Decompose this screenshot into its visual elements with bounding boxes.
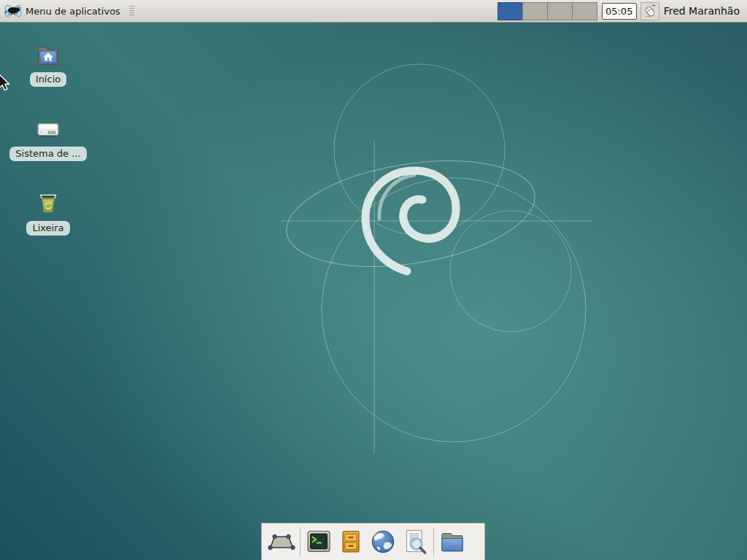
mouse-device-icon <box>643 4 657 18</box>
panel-grip-handle[interactable] <box>129 6 134 17</box>
terminal-icon <box>304 527 333 556</box>
desktop-icon-label: Lixeira <box>26 221 69 236</box>
file-cabinet-icon <box>336 527 365 556</box>
dock-separator <box>300 527 301 556</box>
clock[interactable]: 05:05 <box>602 3 637 20</box>
user-actions-button[interactable]: Fred Maranhão <box>664 5 740 17</box>
workspace-2[interactable] <box>522 2 548 20</box>
trash-bin-icon <box>34 189 63 218</box>
panel-right-area: 05:05 Fred Maranhão <box>498 0 747 22</box>
dock-folder-button[interactable] <box>436 526 468 558</box>
workspace-3[interactable] <box>547 2 573 20</box>
blue-folder-icon <box>438 527 467 556</box>
dock-terminal-button[interactable] <box>303 526 335 558</box>
desktop-icon-filesystem[interactable]: Sistema de ... <box>12 114 85 161</box>
workspace-switcher <box>498 2 597 20</box>
desktop-icon-home[interactable]: Início <box>12 40 85 87</box>
applications-menu-button[interactable]: Menu de aplicativos <box>0 0 125 22</box>
bottom-dock <box>261 523 485 560</box>
document-magnifier-icon <box>400 527 430 556</box>
tray-mouse-device-button[interactable] <box>640 2 659 20</box>
dock-application-finder-button[interactable] <box>399 526 431 558</box>
top-panel: Menu de aplicativos 05:05 <box>0 0 747 23</box>
debian-joy-wallpaper-artwork <box>0 23 747 560</box>
dock-file-manager-button[interactable] <box>335 526 367 558</box>
dock-show-desktop-button[interactable] <box>266 526 298 558</box>
filesystem-drive-icon <box>34 114 63 144</box>
globe-icon <box>368 527 398 556</box>
applications-menu-label: Menu de aplicativos <box>26 6 120 17</box>
desktop-icon-label: Sistema de ... <box>9 147 86 161</box>
dock-separator <box>433 527 434 556</box>
dock-web-browser-button[interactable] <box>367 526 399 558</box>
workspace-active[interactable] <box>498 2 523 20</box>
home-folder-icon <box>34 40 63 69</box>
workspace-4[interactable] <box>572 2 597 20</box>
desktop-icon-trash[interactable]: Lixeira <box>12 189 85 236</box>
show-desktop-icon <box>267 527 296 556</box>
desktop[interactable]: Início Sistema de ... <box>0 23 747 560</box>
desktop-icon-label: Início <box>30 72 66 87</box>
xfce-mouse-logo-icon <box>4 2 22 20</box>
